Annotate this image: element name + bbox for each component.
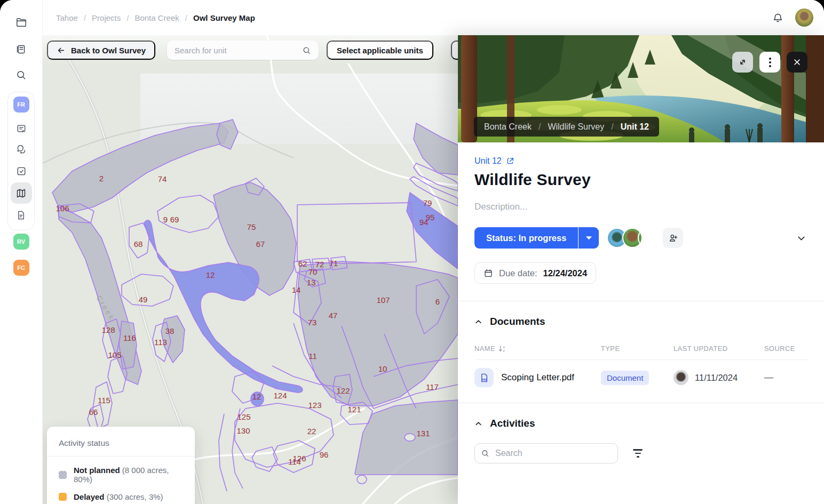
not-planned-swatch xyxy=(59,471,67,479)
breadcrumb-tahoe[interactable]: Tahoe xyxy=(56,13,78,22)
unit-label-131: 131 xyxy=(416,429,430,438)
hero-crumb-wildlife-survey[interactable]: Wildlife Survey xyxy=(548,122,604,132)
unit-label-49: 49 xyxy=(139,295,148,304)
unit-label-12: 12 xyxy=(252,392,262,401)
activities-search-input[interactable] xyxy=(474,443,618,463)
app-window: FR RV FC Tahoe/ Projects/ Bonta Creek/ O… xyxy=(0,0,824,504)
workspace-badge-rv[interactable]: RV xyxy=(13,234,29,250)
documents-icon[interactable] xyxy=(11,204,32,226)
top-header: Tahoe/ Projects/ Bonta Creek/ Owl Survey… xyxy=(43,0,824,35)
activity-status-legend: Activity status Not planned (8 000 acres… xyxy=(47,427,195,504)
back-to-owl-survey-button[interactable]: Back to Owl Survey xyxy=(47,41,155,60)
status-caret[interactable] xyxy=(579,227,599,249)
add-assignee-button[interactable] xyxy=(663,228,683,248)
breadcrumb-bonta-creek[interactable]: Bonta Creek xyxy=(134,13,179,22)
assignee-avatars xyxy=(607,228,658,248)
search-icon xyxy=(481,449,489,458)
column-name[interactable]: NAME AZ xyxy=(474,345,601,353)
column-last-updated[interactable]: LAST UPDATED xyxy=(674,345,764,353)
unit-label-9: 9 xyxy=(163,215,168,224)
unit-label-22: 22 xyxy=(307,427,316,436)
close-panel-button[interactable] xyxy=(787,52,807,73)
projects-folder-icon[interactable] xyxy=(11,12,32,33)
more-options-button[interactable] xyxy=(759,52,780,73)
chat-icon[interactable] xyxy=(11,139,32,161)
unit-label-79: 79 xyxy=(423,198,432,207)
map-icon[interactable] xyxy=(11,182,32,204)
chevron-down-icon xyxy=(796,233,807,244)
status-dropdown[interactable]: Status: In progress xyxy=(474,227,599,249)
breadcrumb-current: Owl Survey Map xyxy=(193,13,255,22)
calendar-icon xyxy=(484,268,493,278)
external-link-icon xyxy=(506,157,514,165)
unit-label-68: 68 xyxy=(134,239,143,249)
unit-label-113: 113 xyxy=(154,338,167,347)
search-icon xyxy=(302,46,311,55)
unit-label-13: 13 xyxy=(307,278,316,287)
documents-table-header: NAME AZ TYPE LAST UPDATED SOURCE xyxy=(474,345,807,353)
svg-text:PDF: PDF xyxy=(482,379,487,381)
hero-crumb-bonta-creek[interactable]: Bonta Creek xyxy=(484,122,532,132)
unit-label-10: 10 xyxy=(378,364,387,373)
notifications-bell-icon[interactable] xyxy=(772,12,783,23)
unit-label-116: 116 xyxy=(123,333,136,342)
clipped-toolbar-button[interactable] xyxy=(451,41,458,60)
legend-item-delayed: Delayed (300 acres, 3%) xyxy=(47,485,195,503)
unit-label-114: 114 xyxy=(288,457,301,466)
unit-label-6: 6 xyxy=(435,297,440,306)
document-updated-cell: 11/11/2024 xyxy=(674,370,764,385)
filter-icon[interactable] xyxy=(633,449,643,457)
unit-label-128: 128 xyxy=(101,325,115,334)
unit-label-105: 105 xyxy=(108,350,121,359)
unit-detail-panel: Bonta Creek/ Wildlife Survey/ Unit 12 Un… xyxy=(458,35,824,504)
unit-label-38: 38 xyxy=(165,326,175,335)
documents-title: Documents xyxy=(490,316,545,327)
due-date-field[interactable]: Due date: 12/24/2024 xyxy=(474,262,596,284)
document-row[interactable]: PDF Scoping Letter.pdf Document 11/11/20… xyxy=(474,360,807,395)
arrow-left-icon xyxy=(57,46,66,55)
expand-panel-button[interactable] xyxy=(732,52,753,73)
unit-label-94: 94 xyxy=(419,218,429,227)
map-canvas[interactable]: Creek 2741069697568676272717013141249107… xyxy=(43,35,458,504)
tasks-icon[interactable] xyxy=(11,161,32,182)
documents-section-toggle[interactable]: Documents xyxy=(474,316,807,327)
caret-down-icon xyxy=(586,236,592,240)
document-source-cell: — xyxy=(764,372,807,383)
collapse-details-chevron[interactable] xyxy=(796,233,807,244)
expand-icon xyxy=(738,58,747,67)
unit-link[interactable]: Unit 12 xyxy=(474,156,514,166)
hero-breadcrumb: Bonta Creek/ Wildlife Survey/ Unit 12 xyxy=(474,117,659,137)
description-field[interactable]: Description... xyxy=(474,202,807,212)
pdf-file-icon: PDF xyxy=(474,368,494,387)
chevron-up-icon xyxy=(474,318,482,326)
sort-az-icon: AZ xyxy=(498,345,505,353)
column-source[interactable]: SOURCE xyxy=(764,345,807,353)
notes-icon[interactable] xyxy=(11,118,32,139)
unit-label-121: 121 xyxy=(347,405,361,414)
unit-label-75: 75 xyxy=(247,222,256,231)
legend-title: Activity status xyxy=(47,438,195,448)
workspace-badge-fr[interactable]: FR xyxy=(13,97,29,113)
unit-label-106: 106 xyxy=(56,204,69,213)
breadcrumb-projects[interactable]: Projects xyxy=(92,13,121,22)
document-name-cell[interactable]: PDF Scoping Letter.pdf xyxy=(474,368,601,387)
unit-label-74: 74 xyxy=(158,174,167,183)
unit-label-67: 67 xyxy=(256,239,265,249)
library-icon[interactable] xyxy=(11,38,32,60)
activities-search xyxy=(474,443,618,463)
workspace-badge-fc[interactable]: FC xyxy=(13,260,29,276)
assignee-avatar-3[interactable] xyxy=(638,228,658,248)
search-icon[interactable] xyxy=(11,64,32,85)
document-type-cell: Document xyxy=(601,371,674,385)
unit-label-125: 125 xyxy=(237,412,250,421)
select-applicable-units-button[interactable]: Select applicable units xyxy=(327,41,433,60)
page-title: Wildlife Survey xyxy=(474,171,807,189)
activities-section-toggle[interactable]: Activities xyxy=(474,418,807,429)
column-type[interactable]: TYPE xyxy=(601,345,674,353)
unit-label-70: 70 xyxy=(308,267,318,276)
user-avatar[interactable] xyxy=(795,9,813,27)
status-value: Status: In progress xyxy=(474,227,578,249)
close-icon xyxy=(793,58,801,66)
unit-label-130: 130 xyxy=(236,426,250,435)
unit-search-input[interactable]: Search for unit xyxy=(167,41,319,60)
